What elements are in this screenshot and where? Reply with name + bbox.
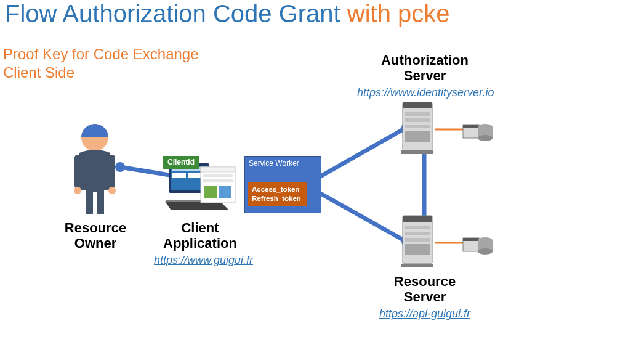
svg-rect-30 <box>403 102 432 108</box>
clientid-badge: ClientId <box>163 156 199 169</box>
svg-rect-46 <box>405 232 430 235</box>
tokens-badge: Access_token Refresh_token <box>248 182 307 206</box>
refresh-token-label: Refresh_token <box>252 194 304 203</box>
svg-rect-23 <box>203 174 233 177</box>
svg-rect-44 <box>403 216 432 222</box>
svg-point-13 <box>108 187 116 194</box>
svg-point-40 <box>478 135 493 141</box>
resource-server-url[interactable]: https://api-guigui.fr <box>379 308 470 320</box>
svg-rect-22 <box>201 167 235 172</box>
svg-rect-32 <box>405 118 430 122</box>
svg-rect-26 <box>219 186 231 198</box>
person-icon <box>67 119 123 218</box>
resource-server-label: Resource Server https://api-guigui.fr <box>369 274 480 320</box>
client-app-url[interactable]: https://www.guigui.fr <box>154 254 253 266</box>
svg-point-12 <box>74 187 81 194</box>
diagram-canvas: Flow Authorization Code Grant with pcke … <box>0 0 644 347</box>
svg-rect-24 <box>203 179 233 182</box>
service-worker-title: Service Worker <box>249 159 317 168</box>
svg-rect-11 <box>109 155 115 189</box>
svg-rect-25 <box>204 186 217 198</box>
svg-point-54 <box>478 248 493 255</box>
resource-owner-label: Resource Owner <box>55 220 135 251</box>
svg-rect-33 <box>405 125 430 128</box>
authorization-server-icon <box>399 101 504 157</box>
svg-rect-49 <box>401 264 433 267</box>
svg-rect-34 <box>405 131 430 142</box>
svg-rect-35 <box>401 150 433 154</box>
authorization-server-label: Authorization Server https://www.identit… <box>357 52 493 99</box>
svg-rect-47 <box>405 238 430 242</box>
svg-rect-17 <box>172 173 186 178</box>
client-application-label: Client Application https://www.guigui.fr <box>154 220 246 267</box>
svg-rect-48 <box>405 244 430 255</box>
svg-rect-31 <box>405 112 430 116</box>
svg-rect-45 <box>405 226 430 229</box>
access-token-label: Access_token <box>252 185 304 194</box>
svg-line-2 <box>320 128 406 177</box>
svg-line-4 <box>320 193 406 242</box>
svg-rect-10 <box>74 155 81 189</box>
laptop-icon <box>164 162 238 214</box>
resource-server-icon <box>399 214 504 270</box>
authorization-server-url[interactable]: https://www.identityserver.io <box>357 86 494 99</box>
svg-rect-51 <box>463 238 479 241</box>
svg-rect-37 <box>463 125 479 128</box>
